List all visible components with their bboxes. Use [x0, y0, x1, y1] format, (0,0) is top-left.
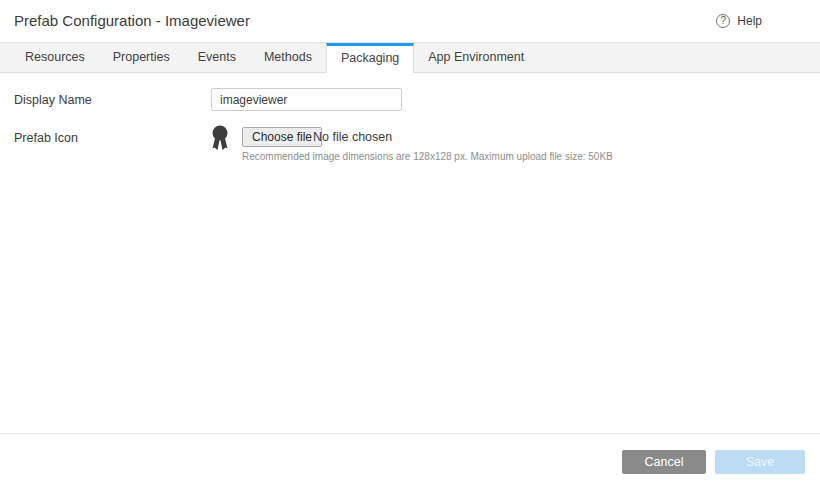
- display-name-label: Display Name: [14, 93, 92, 107]
- tab-properties[interactable]: Properties: [99, 43, 184, 72]
- footer-divider: [0, 433, 820, 434]
- tab-bar: Resources Properties Events Methods Pack…: [0, 43, 820, 73]
- page-title: Prefab Configuration - Imageviewer: [14, 12, 250, 29]
- dialog-header: Prefab Configuration - Imageviewer ? Hel…: [0, 0, 820, 43]
- help-icon: ?: [716, 14, 730, 28]
- help-label: Help: [737, 14, 762, 28]
- tab-events[interactable]: Events: [184, 43, 250, 72]
- cancel-button[interactable]: Cancel: [622, 450, 706, 474]
- tab-packaging[interactable]: Packaging: [326, 43, 414, 73]
- display-name-input[interactable]: [211, 88, 402, 111]
- prefab-icon-label: Prefab Icon: [14, 131, 78, 145]
- help-link[interactable]: ? Help: [716, 0, 762, 42]
- tab-methods[interactable]: Methods: [250, 43, 326, 72]
- no-file-chosen-text: No file chosen: [313, 130, 392, 144]
- tab-resources[interactable]: Resources: [11, 43, 99, 72]
- tab-app-environment[interactable]: App Environment: [414, 43, 538, 72]
- prefab-configuration-dialog: Prefab Configuration - Imageviewer ? Hel…: [0, 0, 820, 491]
- choose-file-button[interactable]: Choose file: [242, 127, 322, 147]
- save-button[interactable]: Save: [715, 450, 805, 474]
- award-rosette-icon: [210, 125, 230, 151]
- upload-hint: Recommended image dimensions are 128x128…: [242, 151, 613, 162]
